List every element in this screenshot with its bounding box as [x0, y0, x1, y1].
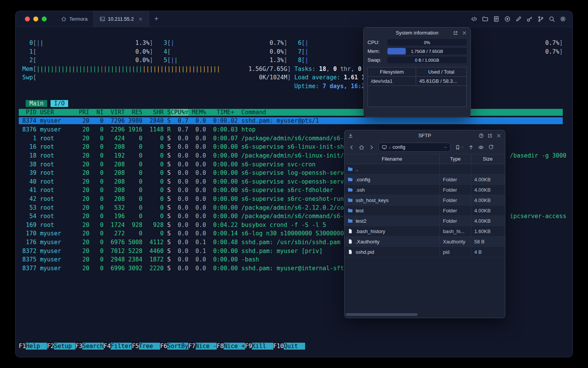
process-row[interactable]: 8374 myuser 20 0 7296 3980 2840 S 0.7 0.… — [19, 117, 567, 125]
fkey-quit[interactable]: Quit — [284, 343, 305, 350]
metric-value: 1.75GB / 7.65GB — [387, 48, 467, 54]
fkey-nice-[interactable]: Nice - — [196, 343, 217, 350]
key-icon[interactable] — [526, 15, 534, 23]
column-header: PRI — [79, 109, 90, 116]
search-icon[interactable] — [548, 15, 556, 23]
metric-progress-bar: 1.75GB / 7.65GB — [387, 48, 467, 54]
column-header: RES — [125, 109, 142, 116]
back-icon[interactable] — [348, 143, 356, 151]
process-table-header[interactable]: PID USER PRI NI VIRT RES SHR SCPU%▽ MEM%… — [19, 108, 567, 117]
horizontal-scrollbar[interactable] — [346, 313, 504, 317]
folder-icon — [348, 177, 353, 182]
sftp-file-row[interactable]: .. — [345, 164, 505, 174]
file-name: test2 — [356, 218, 366, 224]
help-icon[interactable] — [479, 133, 484, 138]
fkey-help[interactable]: Help — [26, 343, 47, 350]
sftp-file-row[interactable]: .bash_historybash_hi...1.60KB — [345, 226, 505, 237]
folder-icon — [348, 208, 353, 213]
fkey-nice-[interactable]: Nice + — [224, 343, 245, 350]
column-header — [238, 109, 241, 116]
open-in-new-window-icon[interactable] — [487, 133, 493, 138]
close-window-button[interactable] — [25, 16, 30, 21]
file-size: 4.00KB — [471, 185, 504, 195]
folder-icon[interactable] — [481, 15, 489, 23]
sftp-file-row[interactable]: testFolder4.00KB — [345, 205, 505, 216]
new-tab-button[interactable]: + — [149, 11, 163, 27]
branch-icon[interactable] — [537, 15, 545, 23]
file-name: .. — [356, 166, 358, 172]
column-header: VIRT — [104, 109, 125, 116]
tab-session[interactable]: 10.211.55.2 — [93, 11, 149, 27]
cpu-meter-row: 2[ 0.0%] 5[|| 1.3%] 8[| — [19, 56, 567, 65]
metric-progress-bar: 0 B / 1.00GB — [387, 57, 467, 63]
close-tab-icon[interactable] — [138, 17, 143, 21]
file-column-header[interactable]: Size — [471, 154, 504, 164]
file-icon — [348, 249, 353, 255]
cpu-meter-row: 0[|| 1.3%] 3[| 0.7%] 6[| 0.7%] — [19, 39, 567, 48]
fkey-setup[interactable]: Setup — [54, 343, 75, 350]
download-icon[interactable] — [348, 133, 353, 138]
file-list-header[interactable]: FilenameTypeSize — [345, 154, 505, 164]
fkey-search[interactable]: Search — [82, 343, 103, 350]
path-breadcrumb[interactable]: › config — [379, 143, 451, 152]
refresh-icon[interactable] — [487, 143, 495, 151]
fkey-filter[interactable]: Filter — [111, 343, 132, 350]
fkey-tree[interactable]: Tree — [139, 343, 160, 350]
minimize-window-button[interactable] — [33, 16, 38, 21]
current-folder: config — [392, 145, 405, 150]
column-header: USER — [40, 109, 79, 116]
scrollbar-thumb[interactable] — [346, 313, 418, 316]
parent-directory-icon[interactable] — [467, 143, 475, 151]
tab-termora[interactable]: Termora — [55, 11, 93, 27]
fkey-kill[interactable]: Kill — [252, 343, 273, 350]
open-in-new-window-icon[interactable] — [453, 30, 458, 36]
forward-icon[interactable] — [368, 143, 376, 151]
sftp-file-row[interactable]: ssh_host_keysFolder4.00KB — [345, 195, 505, 205]
bookmark-icon — [455, 145, 461, 150]
file-size: 4.00KB — [471, 195, 504, 205]
file-name: test — [356, 208, 364, 214]
file-name: ssh_host_keys — [356, 197, 389, 203]
metric-label: CPU: — [368, 39, 384, 45]
tab-label: 10.211.55.2 — [108, 16, 134, 22]
folder-icon — [348, 187, 353, 192]
htop-tab-main[interactable]: Main — [26, 100, 47, 107]
home-icon[interactable] — [358, 143, 366, 151]
fs-column-header: Used / Total — [416, 67, 466, 77]
log-icon[interactable] — [492, 15, 500, 23]
sftp-file-row[interactable]: .sshFolder4.00KB — [345, 185, 505, 195]
file-size: 4.00KB — [471, 205, 504, 215]
sftp-file-row[interactable]: .configFolder4.00KB — [345, 174, 505, 185]
settings-icon[interactable] — [559, 15, 567, 23]
pencil-icon[interactable] — [514, 15, 523, 23]
column-header: S — [163, 109, 170, 116]
fs-row[interactable]: /dev/vda145.61GB / 58.3... — [368, 77, 466, 86]
chevron-down-icon[interactable] — [443, 145, 448, 150]
column-header: NI — [90, 109, 104, 116]
fs-header-row: FilesystemUsed / Total — [368, 67, 466, 77]
close-panel-icon[interactable] — [496, 133, 501, 138]
sftp-file-row[interactable]: .XauthorityXauthority58 B — [345, 237, 505, 247]
bookmark-button[interactable] — [454, 143, 465, 151]
fkey-sortby[interactable]: SortBy — [167, 343, 188, 350]
swap-meter-row: Swp[ 0K/1024M] Load average: 1.61 1 — [19, 73, 567, 82]
system-metric-row: Mem:1.75GB / 7.65GB — [364, 47, 470, 56]
file-column-header[interactable]: Type — [440, 154, 471, 164]
record-icon[interactable] — [503, 15, 511, 23]
folder-icon — [348, 218, 353, 223]
sftp-toolbar: › config — [345, 141, 505, 154]
sftp-file-row[interactable]: sshd.pidpid4 B — [345, 247, 505, 257]
fs-cell: /dev/vda1 — [368, 77, 416, 86]
sftp-file-row[interactable]: test2Folder4.00KB — [345, 216, 505, 226]
close-panel-icon[interactable] — [462, 30, 467, 36]
metric-label: Swap: — [368, 57, 384, 63]
file-column-header[interactable]: Filename — [345, 154, 440, 164]
tab-label: Termora — [69, 16, 88, 22]
code-icon[interactable] — [470, 15, 478, 23]
file-name: .config — [356, 177, 370, 182]
file-rows: ...configFolder4.00KB.sshFolder4.00KBssh… — [345, 164, 505, 257]
htop-tab-io[interactable]: I/O — [51, 100, 68, 107]
chevron-down-icon — [461, 146, 464, 149]
show-hidden-files-icon[interactable] — [477, 143, 485, 151]
zoom-window-button[interactable] — [42, 16, 47, 21]
